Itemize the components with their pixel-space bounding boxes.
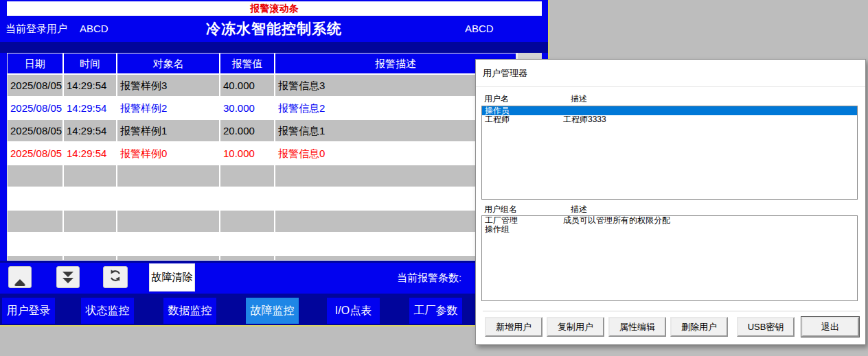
exit-button[interactable]: 退出 [801, 317, 859, 337]
cell-value: 10.000 [220, 143, 274, 164]
header-right-user: ABCD [465, 16, 494, 42]
group-desc: 成员可以管理所有的权限分配 [563, 216, 670, 225]
group-name: 操作组 [485, 225, 510, 234]
groups-name-header: 用户组名 [484, 204, 517, 215]
user-list-item-selected[interactable]: 操作员 [482, 106, 857, 115]
cell-object: 报警样例0 [117, 143, 219, 164]
table-bottom-divider [0, 261, 548, 263]
users-listbox[interactable]: 操作员 工程师 工程师3333 [481, 106, 858, 200]
alarm-table: 日期 时间 对象名 报警值 报警描述 2025/08/05 14:29:54 报… [7, 53, 516, 261]
dialog-title: 用户管理器 [483, 67, 527, 80]
nav-bar: 用户登录 状态监控 数据监控 故障监控 I/O点表 工厂参数 [0, 294, 548, 325]
cell-value: 30.000 [220, 97, 274, 119]
column-header-date: 日期 [8, 54, 62, 73]
column-header-object: 对象名 [117, 54, 219, 73]
cell-object: 报警样例1 [117, 120, 219, 141]
column-header-time: 时间 [64, 54, 116, 73]
users-name-header: 用户名 [484, 93, 509, 105]
cell-date: 2025/08/05 [8, 120, 62, 141]
dialog-button-separator [483, 311, 860, 311]
cell-date: 2025/08/05 [8, 75, 62, 96]
cell-date: 2025/08/05 [8, 97, 62, 119]
cell-date: 2025/08/05 [8, 143, 62, 164]
header-band: 当前登录用户ABCD 冷冻水智能控制系统 ABCD [0, 16, 548, 42]
refresh-button[interactable] [103, 266, 128, 288]
user-desc: 工程师3333 [563, 115, 606, 124]
cell-value: 20.000 [220, 120, 274, 141]
header-divider-band [0, 42, 548, 53]
double-chevron-up-icon [14, 268, 25, 287]
fault-clear-button[interactable]: 故障清除 [149, 263, 195, 292]
cell-time: 14:29:54 [64, 120, 116, 141]
copy-user-button[interactable]: 复制用户 [547, 317, 604, 337]
main-window: 报警滚动条 当前登录用户ABCD 冷冻水智能控制系统 ABCD 日期 时间 对象… [0, 0, 549, 327]
groups-desc-header: 描述 [571, 204, 587, 215]
alarm-count-label: 当前报警条数: [397, 263, 461, 292]
nav-factory-params[interactable]: 工厂参数 [409, 298, 462, 324]
group-list-item[interactable]: 工厂管理 成员可以管理所有的权限分配 [482, 216, 857, 225]
cell-time: 14:29:54 [64, 143, 116, 164]
double-chevron-down-icon [62, 271, 73, 284]
users-desc-header: 描述 [571, 93, 587, 105]
nav-status-monitor[interactable]: 状态监控 [81, 298, 134, 324]
usb-key-button[interactable]: USB密钥 [737, 317, 795, 337]
desktop: 报警滚动条 当前登录用户ABCD 冷冻水智能控制系统 ABCD 日期 时间 对象… [0, 0, 868, 356]
edit-props-button[interactable]: 属性编辑 [608, 317, 666, 337]
groups-listbox[interactable]: 工厂管理 成员可以管理所有的权限分配 操作组 [481, 215, 858, 301]
dialog-title-separator [476, 86, 865, 87]
nav-user-login[interactable]: 用户登录 [2, 298, 55, 324]
nav-io-table[interactable]: I/O点表 [327, 298, 380, 324]
scroll-up-button[interactable] [8, 266, 32, 288]
cell-object: 报警样例3 [117, 75, 219, 96]
cell-time: 14:29:54 [64, 75, 116, 96]
cell-time: 14:29:54 [64, 97, 116, 119]
delete-user-button[interactable]: 删除用户 [670, 317, 728, 337]
column-header-value: 报警值 [220, 54, 274, 73]
cell-value: 40.000 [220, 75, 274, 96]
user-name: 工程师 [485, 115, 510, 124]
cell-object: 报警样例2 [117, 97, 219, 119]
nav-data-monitor[interactable]: 数据监控 [163, 298, 216, 324]
group-list-item[interactable]: 操作组 [482, 225, 857, 234]
user-list-item[interactable]: 工程师 工程师3333 [482, 115, 857, 124]
add-user-button[interactable]: 新增用户 [485, 317, 542, 337]
refresh-icon [108, 269, 122, 285]
alarm-ticker: 报警滚动条 [7, 1, 542, 16]
user-manager-dialog: 用户管理器 用户名 描述 操作员 工程师 工程师3333 用户组名 描述 工厂管… [475, 59, 866, 345]
nav-fault-monitor[interactable]: 故障监控 [246, 298, 299, 324]
scroll-down-button[interactable] [56, 266, 80, 288]
